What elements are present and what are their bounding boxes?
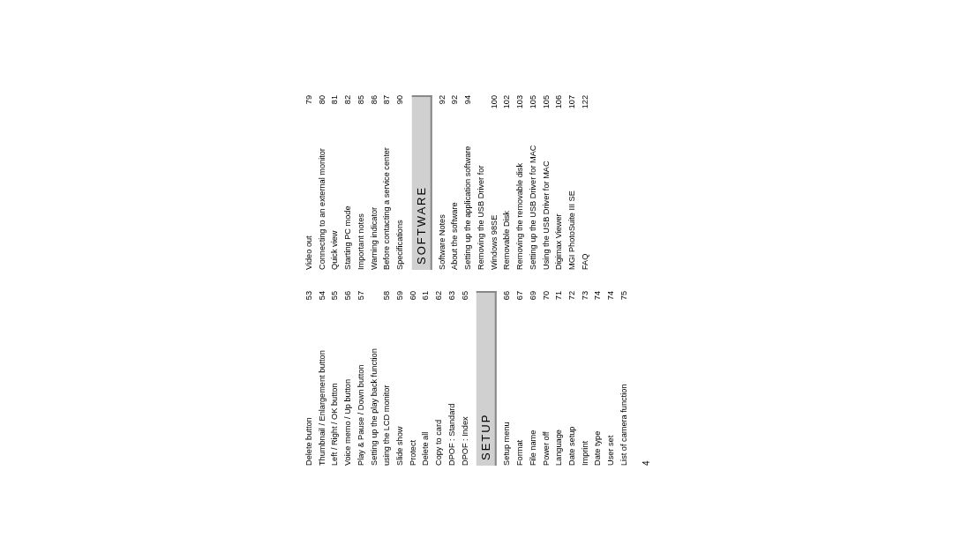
right_bottom-label: Removable Disk [500, 116, 514, 270]
left_top-label: Voice memo / Up button [341, 312, 355, 466]
right_top-label: Connecting to an external monitor [315, 116, 328, 270]
left_bottom-page: 70 [539, 291, 552, 312]
right_top-label: Starting PC mode [341, 116, 355, 270]
left_top-row: Left / Right / OK button55 [328, 291, 341, 466]
right_bottom-page: 92 [448, 95, 461, 116]
right_top-label: Specifications [394, 116, 407, 270]
right_bottom-page: 122 [578, 95, 591, 116]
right_bottom-row: Windows 98SE100 [487, 95, 500, 270]
right_top-label: Important notes [355, 116, 368, 270]
right_bottom-row: Removable Disk102 [500, 95, 514, 270]
right_bottom-label: Software Notes [435, 116, 448, 270]
right_bottom-label: Using the USB Driver for MAC [539, 116, 552, 270]
right_bottom-page: 94 [461, 95, 475, 116]
left_bottom-row: List of camera function75 [618, 291, 631, 466]
left_top-page: 53 [303, 291, 316, 312]
left_top-page: 57 [355, 291, 368, 312]
left_top-row: DPOF : Standard63 [446, 291, 459, 466]
right_bottom-row: Removing the removable disk103 [514, 95, 527, 270]
left_top-label: using the LCD monitor [380, 312, 394, 466]
left_top-page: 61 [419, 291, 432, 312]
right_bottom-row: Removing the USB Driver for [475, 95, 488, 270]
left_top-row: Play & Pause / Down button57 [355, 291, 368, 466]
left_bottom-page: 66 [500, 291, 514, 312]
left_top-row: Slide show59 [394, 291, 407, 466]
left_bottom-page: 73 [578, 291, 591, 312]
right_bottom-row: About the software92 [448, 95, 461, 270]
left_bottom-row: Date setup72 [566, 291, 579, 466]
left_top-row: Setting up the play back function [367, 291, 380, 466]
right_top-label: Quick view [328, 116, 341, 270]
right_bottom-page: 92 [435, 95, 448, 116]
left_bottom-row: File name69 [527, 291, 540, 466]
right_bottom-page: 106 [552, 95, 566, 116]
right_bottom-page: 107 [566, 95, 579, 116]
right_top-page: 80 [315, 95, 328, 116]
left_top-page: 55 [328, 291, 341, 312]
left_top-page: 59 [394, 291, 407, 312]
left_bottom-page: 74 [591, 291, 604, 312]
right_bottom-page: 102 [500, 95, 514, 116]
right_bottom-row: FAQ122 [578, 95, 591, 270]
left_top-row: Thumbnail / Enlargement button54 [315, 291, 328, 466]
right_top-row: Quick view81 [328, 95, 341, 270]
left_top-label: Copy to card [432, 312, 446, 466]
toc-left-column: Delete button53Thumbnail / Enlargement b… [303, 291, 651, 466]
right_bottom-label: Windows 98SE [487, 116, 500, 270]
toc-columns: Delete button53Thumbnail / Enlargement b… [303, 95, 651, 466]
left_top-page: 63 [446, 291, 459, 312]
left_top-row: DPOF : Index65 [458, 291, 471, 466]
right_top-page: 85 [355, 95, 368, 116]
left_bottom-page: 75 [618, 291, 631, 312]
right_bottom-page: 100 [487, 95, 500, 116]
left_bottom-label: List of camera function [618, 312, 631, 466]
right_top-page: 81 [328, 95, 341, 116]
right_top-row: Connecting to an external monitor80 [315, 95, 328, 270]
left_bottom-row: Format67 [514, 291, 527, 466]
right_bottom-label: FAQ [578, 116, 591, 270]
page-number: 4 [641, 291, 650, 466]
right_bottom-page: 103 [514, 95, 527, 116]
right_top-row: Important notes85 [355, 95, 368, 270]
left_bottom-row: User set74 [604, 291, 618, 466]
right_bottom-label: Digimax Viewer [552, 116, 566, 270]
left_bottom-row: Power off70 [539, 291, 552, 466]
left_top-page: 54 [315, 291, 328, 312]
left_top-row: Protect60 [406, 291, 419, 466]
left_top-row: using the LCD monitor58 [380, 291, 394, 466]
left_top-row: Delete button53 [303, 291, 316, 466]
left_top-page: 60 [406, 291, 419, 312]
right_bottom-label: About the software [448, 116, 461, 270]
right_bottom-row: Using the USB Driver for MAC105 [539, 95, 552, 270]
left_bottom-label: Date type [591, 312, 604, 466]
left_top-page: 62 [432, 291, 446, 312]
right_top-page: 79 [303, 95, 316, 116]
left_top-row: Voice memo / Up button56 [341, 291, 355, 466]
right_bottom-row: MGI PhotoSuite III SE107 [566, 95, 579, 270]
right_top-label: Warning indicator [367, 116, 380, 270]
left_bottom-page: 72 [566, 291, 579, 312]
right_top-page: 82 [341, 95, 355, 116]
right_top-row: Specifications90 [394, 95, 407, 270]
right_top-row: Starting PC mode82 [341, 95, 355, 270]
right_bottom-row: Setting up the USB Driver for MAC105 [527, 95, 540, 270]
right_bottom-row: Software Notes92 [435, 95, 448, 270]
left_top-label: Protect [406, 312, 419, 466]
left_top-label: Slide show [394, 312, 407, 466]
right_top-label: Video out [303, 116, 316, 270]
left_bottom-row: Date type74 [591, 291, 604, 466]
left_top-label: Delete button [303, 312, 316, 466]
right_top-page: 86 [367, 95, 380, 116]
left_top-label: Delete all [419, 312, 432, 466]
left_top-row: Copy to card62 [432, 291, 446, 466]
left_bottom-label: Imprint [578, 312, 591, 466]
right_bottom-label: Setting up the application software [461, 116, 475, 270]
left_top-label: DPOF : Index [458, 312, 471, 466]
left_bottom-label: User set [604, 312, 618, 466]
left_top-label: DPOF : Standard [446, 312, 459, 466]
right_bottom-page: 105 [539, 95, 552, 116]
section-header-software: SOFTWARE [411, 95, 431, 270]
left_top-label: Thumbnail / Enlargement button [315, 312, 328, 466]
right_top-row: Warning indicator86 [367, 95, 380, 270]
right_bottom-label: MGI PhotoSuite III SE [566, 116, 579, 270]
